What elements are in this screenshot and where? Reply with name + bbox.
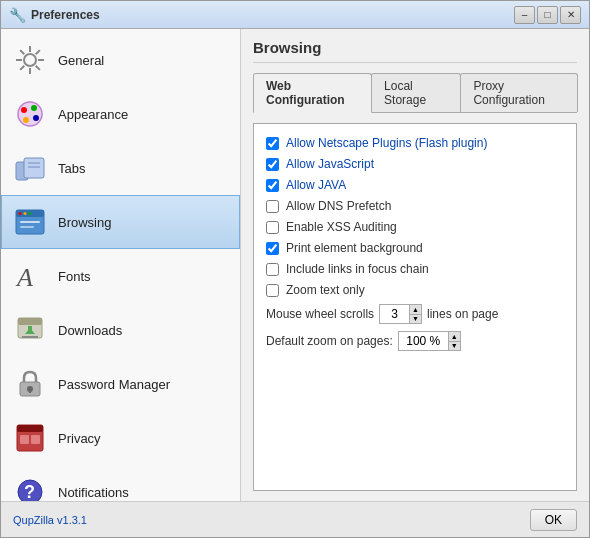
page-title: Browsing xyxy=(253,39,577,63)
mouse-wheel-row: Mouse wheel scrolls 3 ▲ ▼ lines on page xyxy=(266,304,564,324)
svg-line-6 xyxy=(36,66,40,70)
title-bar: 🔧 Preferences – □ ✕ xyxy=(1,1,589,29)
default-zoom-spinner: 100 % ▲ ▼ xyxy=(398,331,461,351)
default-zoom-row: Default zoom on pages: 100 % ▲ ▼ xyxy=(266,331,564,351)
sidebar-label-appearance: Appearance xyxy=(58,107,128,122)
svg-point-10 xyxy=(21,107,27,113)
checkbox-row-print-bg: Print element background xyxy=(266,241,564,255)
label-enable-xss: Enable XSS Auditing xyxy=(286,220,397,234)
footer: QupZilla v1.3.1 OK xyxy=(1,501,589,537)
close-button[interactable]: ✕ xyxy=(560,6,581,24)
checkbox-zoom-text[interactable] xyxy=(266,284,279,297)
checkbox-print-bg[interactable] xyxy=(266,242,279,255)
mouse-wheel-label: Mouse wheel scrolls xyxy=(266,307,374,321)
fonts-icon: A xyxy=(12,258,48,294)
label-zoom-text: Zoom text only xyxy=(286,283,365,297)
svg-point-0 xyxy=(24,54,36,66)
password-manager-icon xyxy=(12,366,48,402)
svg-point-20 xyxy=(19,212,22,215)
checkbox-allow-netscape[interactable] xyxy=(266,137,279,150)
minimize-button[interactable]: – xyxy=(514,6,535,24)
tab-local-storage[interactable]: Local Storage xyxy=(371,73,461,112)
svg-point-21 xyxy=(24,212,27,215)
tab-web-configuration[interactable]: Web Configuration xyxy=(253,73,372,113)
sidebar-item-password-manager[interactable]: Password Manager xyxy=(1,357,240,411)
sidebar-item-fonts[interactable]: A Fonts xyxy=(1,249,240,303)
sidebar-item-tabs[interactable]: Tabs xyxy=(1,141,240,195)
checkbox-row-xss: Enable XSS Auditing xyxy=(266,220,564,234)
default-zoom-label: Default zoom on pages: xyxy=(266,334,393,348)
svg-line-5 xyxy=(20,50,24,54)
sidebar-item-appearance[interactable]: Appearance xyxy=(1,87,240,141)
sidebar-item-browsing[interactable]: Browsing xyxy=(1,195,240,249)
label-allow-dns-prefetch: Allow DNS Prefetch xyxy=(286,199,391,213)
options-panel: Allow Netscape Plugins (Flash plugin) Al… xyxy=(253,123,577,491)
version-text: QupZilla v1.3.1 xyxy=(13,514,87,526)
footer-buttons: OK xyxy=(530,509,577,531)
label-links-focus: Include links in focus chain xyxy=(286,262,429,276)
sidebar-label-tabs: Tabs xyxy=(58,161,85,176)
svg-rect-33 xyxy=(29,389,31,393)
label-print-bg: Print element background xyxy=(286,241,423,255)
label-allow-java: Allow JAVA xyxy=(286,178,346,192)
checkbox-row-javascript: Allow JavaScript xyxy=(266,157,564,171)
mouse-wheel-suffix: lines on page xyxy=(427,307,498,321)
sidebar-label-fonts: Fonts xyxy=(58,269,91,284)
checkbox-row-zoom-text: Zoom text only xyxy=(266,283,564,297)
app-icon: 🔧 xyxy=(9,7,25,23)
notifications-icon: ? xyxy=(12,474,48,501)
preferences-window: 🔧 Preferences – □ ✕ xyxy=(0,0,590,538)
mouse-wheel-value[interactable]: 3 xyxy=(379,304,409,324)
sidebar-label-general: General xyxy=(58,53,104,68)
checkbox-allow-dns-prefetch[interactable] xyxy=(266,200,279,213)
mouse-wheel-spinner: 3 ▲ ▼ xyxy=(379,304,422,324)
general-icon xyxy=(12,42,48,78)
default-zoom-up[interactable]: ▲ xyxy=(449,332,460,342)
mouse-wheel-up[interactable]: ▲ xyxy=(410,305,421,315)
checkbox-row-netscape: Allow Netscape Plugins (Flash plugin) xyxy=(266,136,564,150)
checkbox-row-java: Allow JAVA xyxy=(266,178,564,192)
window-title: Preferences xyxy=(31,8,100,22)
svg-point-12 xyxy=(33,115,39,121)
checkbox-enable-xss[interactable] xyxy=(266,221,279,234)
sidebar-label-privacy: Privacy xyxy=(58,431,101,446)
svg-rect-23 xyxy=(20,221,40,223)
sidebar: General Appearance xyxy=(1,29,241,501)
svg-rect-37 xyxy=(31,435,40,444)
tab-proxy-configuration[interactable]: Proxy Configuration xyxy=(460,73,578,112)
tabs-bar: Web Configuration Local Storage Proxy Co… xyxy=(253,73,577,113)
checkbox-row-dns: Allow DNS Prefetch xyxy=(266,199,564,213)
tabs-icon xyxy=(12,150,48,186)
window-body: General Appearance xyxy=(1,29,589,501)
svg-point-11 xyxy=(31,105,37,111)
svg-line-7 xyxy=(36,50,40,54)
mouse-wheel-arrows: ▲ ▼ xyxy=(409,304,422,324)
sidebar-item-privacy[interactable]: Privacy xyxy=(1,411,240,465)
downloads-icon xyxy=(12,312,48,348)
checkbox-allow-javascript[interactable] xyxy=(266,158,279,171)
ok-button[interactable]: OK xyxy=(530,509,577,531)
sidebar-label-notifications: Notifications xyxy=(58,485,129,500)
sidebar-label-browsing: Browsing xyxy=(58,215,111,230)
default-zoom-arrows: ▲ ▼ xyxy=(448,331,461,351)
svg-text:?: ? xyxy=(24,482,35,501)
svg-rect-29 xyxy=(28,326,32,334)
sidebar-item-notifications[interactable]: ? Notifications xyxy=(1,465,240,501)
maximize-button[interactable]: □ xyxy=(537,6,558,24)
sidebar-label-password-manager: Password Manager xyxy=(58,377,170,392)
checkbox-allow-java[interactable] xyxy=(266,179,279,192)
default-zoom-down[interactable]: ▼ xyxy=(449,342,460,351)
sidebar-item-general[interactable]: General xyxy=(1,33,240,87)
appearance-icon xyxy=(12,96,48,132)
svg-rect-27 xyxy=(18,318,42,325)
svg-rect-15 xyxy=(24,158,44,178)
mouse-wheel-down[interactable]: ▼ xyxy=(410,315,421,324)
window-controls: – □ ✕ xyxy=(514,6,581,24)
svg-point-9 xyxy=(18,102,42,126)
sidebar-item-downloads[interactable]: Downloads xyxy=(1,303,240,357)
content-area: Browsing Web Configuration Local Storage… xyxy=(241,29,589,501)
browsing-icon xyxy=(12,204,48,240)
svg-line-8 xyxy=(20,66,24,70)
default-zoom-value[interactable]: 100 % xyxy=(398,331,448,351)
checkbox-links-focus[interactable] xyxy=(266,263,279,276)
